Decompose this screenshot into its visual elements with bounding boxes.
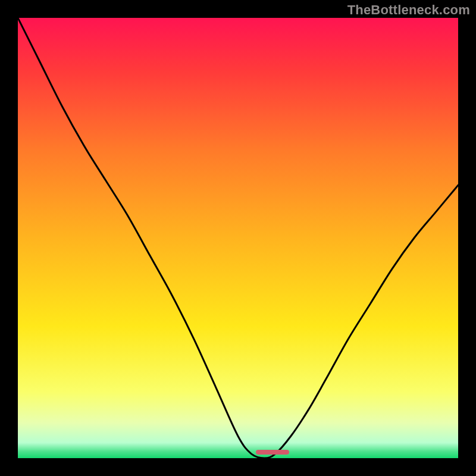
plot-area bbox=[18, 18, 458, 458]
attribution-label: TheBottleneck.com bbox=[347, 2, 470, 18]
gradient-background bbox=[18, 18, 458, 458]
chart-frame: TheBottleneck.com bbox=[0, 0, 476, 476]
optimal-match-pill bbox=[256, 450, 289, 455]
plot-svg bbox=[18, 18, 458, 458]
baseline-pill-row bbox=[18, 450, 458, 455]
